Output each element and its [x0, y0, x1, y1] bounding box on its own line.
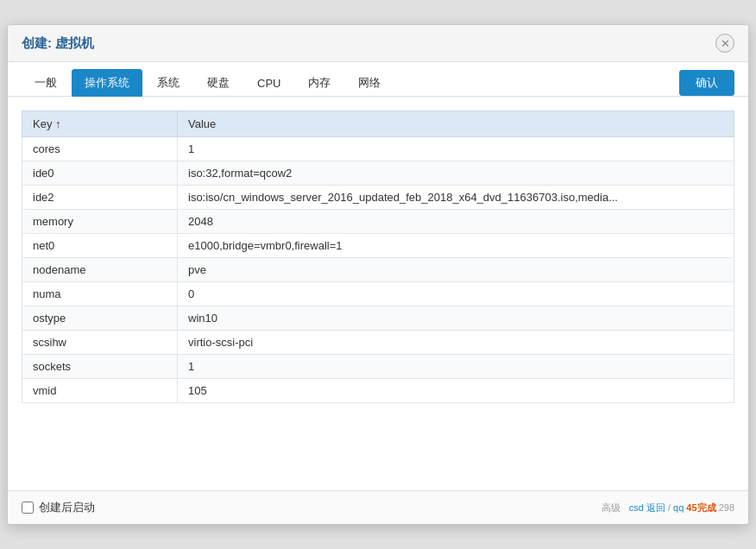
- cell-value: 0: [178, 282, 734, 306]
- dialog-footer: 创建后启动 高级 csd 返回 / qq 45完成 298: [8, 490, 748, 524]
- table-row: net0e1000,bridge=vmbr0,firewall=1: [22, 234, 734, 258]
- table-row: cores1: [22, 137, 734, 161]
- table-row: memory2048: [22, 210, 734, 234]
- col-value-header[interactable]: Value: [178, 111, 734, 137]
- close-button[interactable]: ✕: [715, 34, 734, 53]
- cell-key: vmid: [22, 379, 178, 403]
- autostart-checkbox-label[interactable]: 创建后启动: [22, 500, 95, 515]
- cell-key: ostype: [22, 306, 178, 331]
- autostart-label: 创建后启动: [39, 500, 95, 515]
- tab-bar: 一般 操作系统 系统 硬盘 CPU 内存 网络 确认: [8, 62, 748, 97]
- cell-value: 105: [178, 379, 734, 403]
- cell-value: 2048: [178, 210, 734, 234]
- cell-key: scsihw: [22, 331, 178, 355]
- tab-memory[interactable]: 内存: [295, 69, 343, 97]
- table-row: sockets1: [22, 355, 734, 379]
- cell-key: sockets: [22, 355, 178, 379]
- cell-value: iso:32,format=qcow2: [178, 161, 734, 186]
- table-row: ostypewin10: [22, 306, 734, 331]
- cell-key: nodename: [22, 258, 178, 282]
- cell-value: iso:iso/cn_windows_server_2016_updated_f…: [178, 186, 734, 210]
- cell-value: e1000,bridge=vmbr0,firewall=1: [178, 234, 734, 258]
- tab-network[interactable]: 网络: [345, 69, 394, 97]
- extra-indicator: 298: [719, 502, 734, 513]
- confirm-button[interactable]: 确认: [679, 70, 734, 96]
- tab-harddisk[interactable]: 硬盘: [194, 69, 243, 97]
- table-row: nodenamepve: [22, 258, 734, 282]
- tab-general[interactable]: 一般: [22, 69, 70, 97]
- cell-key: net0: [22, 234, 178, 258]
- bottombar-advanced[interactable]: 高级 csd 返回 / qq 45完成 298: [602, 502, 734, 514]
- cell-key: memory: [22, 210, 178, 234]
- col-key-header[interactable]: Key ↑: [22, 111, 178, 137]
- autostart-checkbox[interactable]: [22, 502, 34, 514]
- cell-key: numa: [22, 282, 178, 306]
- kv-table: Key ↑ Value cores1ide0iso:32,format=qcow…: [22, 110, 734, 403]
- csd-link[interactable]: csd: [629, 502, 644, 513]
- table-row: ide2iso:iso/cn_windows_server_2016_updat…: [22, 186, 734, 210]
- table-row: numa0: [22, 282, 734, 306]
- table-header-row: Key ↑ Value: [22, 111, 734, 137]
- qq-link[interactable]: qq: [673, 502, 684, 513]
- table-row: scsihwvirtio-scsi-pci: [22, 331, 734, 355]
- table-row: vmid105: [22, 379, 734, 403]
- close-icon: ✕: [721, 38, 730, 49]
- percent-indicator: 45完成: [686, 502, 715, 513]
- cell-value: pve: [178, 258, 734, 282]
- cell-value: 1: [178, 137, 734, 161]
- cell-key: cores: [22, 137, 178, 161]
- create-vm-dialog: 创建: 虚拟机 ✕ 一般 操作系统 系统 硬盘 CPU 内存 网络 确认 Key…: [7, 24, 749, 525]
- cell-key: ide0: [22, 161, 178, 186]
- dialog-title: 创建: 虚拟机: [22, 35, 94, 52]
- tab-system[interactable]: 系统: [144, 69, 192, 97]
- dialog-header: 创建: 虚拟机 ✕: [8, 25, 748, 62]
- cell-value: virtio-scsi-pci: [178, 331, 734, 355]
- back-link[interactable]: 返回: [646, 502, 665, 513]
- dialog-body: Key ↑ Value cores1ide0iso:32,format=qcow…: [8, 97, 748, 490]
- cell-key: ide2: [22, 186, 178, 210]
- tab-os[interactable]: 操作系统: [72, 69, 142, 97]
- tab-cpu[interactable]: CPU: [244, 71, 293, 96]
- cell-value: win10: [178, 306, 734, 331]
- table-row: ide0iso:32,format=qcow2: [22, 161, 734, 186]
- cell-value: 1: [178, 355, 734, 379]
